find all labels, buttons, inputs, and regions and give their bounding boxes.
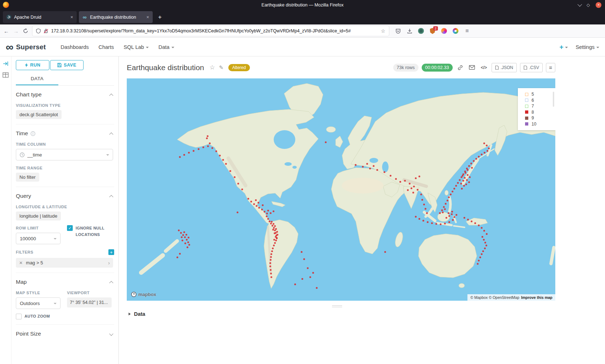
section-header[interactable]: Time xyxy=(16,130,114,137)
collapse-panel-icon[interactable] xyxy=(3,61,9,67)
superset-logo[interactable]: ∞ Superset xyxy=(6,43,46,51)
tab-apache-druid[interactable]: Apache Druid × xyxy=(3,11,77,23)
mapbox-icon xyxy=(131,292,136,297)
datasource-grid-icon[interactable] xyxy=(3,72,9,78)
legend-item[interactable]: 9 xyxy=(525,115,555,121)
reload-button[interactable] xyxy=(23,28,28,33)
account-avatar-icon[interactable] xyxy=(441,28,447,34)
lonlat-value[interactable]: longitude | latitude xyxy=(16,211,61,220)
tab-close-icon[interactable]: × xyxy=(145,14,150,20)
app-menu-icon[interactable]: ≡ xyxy=(464,28,470,34)
add-filter-button[interactable]: + xyxy=(108,249,114,255)
chevron-up-icon xyxy=(109,195,113,199)
nav-settings[interactable]: Settings xyxy=(576,44,599,50)
tracking-shield-icon[interactable] xyxy=(36,28,41,33)
save-button[interactable]: SAVE xyxy=(50,60,84,70)
scatter-point xyxy=(247,198,249,200)
scatter-point xyxy=(453,216,455,218)
attribution-text[interactable]: © Mapbox © OpenStreetMap xyxy=(470,295,519,300)
extension-shield-icon[interactable]: 2 xyxy=(429,28,436,34)
window-shade-icon[interactable] xyxy=(577,2,582,7)
ignore-null-checkbox[interactable]: ✓ xyxy=(67,225,73,231)
nav-charts[interactable]: Charts xyxy=(99,44,114,50)
scatter-point xyxy=(184,242,186,244)
scatter-point xyxy=(471,220,472,222)
scatter-point xyxy=(211,147,213,149)
legend-item[interactable]: 7 xyxy=(525,103,555,109)
back-button[interactable]: ← xyxy=(4,28,9,34)
bookmark-star-icon[interactable]: ☆ xyxy=(381,28,385,34)
scatter-point xyxy=(269,262,271,264)
nav-data[interactable]: Data xyxy=(158,44,174,50)
time-column-select[interactable]: __time xyxy=(16,149,113,160)
extension-pinwheel-icon[interactable] xyxy=(452,28,459,34)
share-link-icon[interactable] xyxy=(456,63,465,72)
section-header[interactable]: Chart type xyxy=(16,91,114,98)
time-range-value[interactable]: No filter xyxy=(16,173,39,182)
email-icon[interactable] xyxy=(468,63,476,72)
export-json-button[interactable]: .JSON xyxy=(492,63,517,72)
data-panel-toggle[interactable]: Data xyxy=(129,311,605,317)
deckgl-map[interactable]: 5678910 mapbox © Mapbox © OpenStreetMap … xyxy=(127,78,555,301)
insecure-lock-icon[interactable] xyxy=(44,28,48,33)
window-close-icon[interactable]: × xyxy=(596,2,601,8)
altered-badge[interactable]: Altered xyxy=(228,64,250,71)
scatter-point xyxy=(188,244,190,246)
scatter-point xyxy=(448,221,450,223)
new-tab-button[interactable]: + xyxy=(155,12,165,22)
left-icon-strip xyxy=(0,56,12,364)
url-text[interactable]: 172.18.0.3:32108/superset/explore/?form_… xyxy=(51,28,378,33)
tab-earthquake-distribution[interactable]: ∞ Earthquake distribution × xyxy=(79,11,153,23)
scatter-point xyxy=(462,180,464,182)
scatter-point xyxy=(219,155,221,156)
new-button[interactable]: + xyxy=(559,43,568,51)
viz-type-value[interactable]: deck.gl Scatterplot xyxy=(16,110,62,119)
map-style-select[interactable]: Outdoors xyxy=(16,297,60,309)
scatter-point xyxy=(269,220,270,222)
filter-chip[interactable]: ✕ mag > 5 › xyxy=(16,258,113,268)
improve-map-link[interactable]: Improve this map xyxy=(521,295,552,300)
row-limit-select[interactable]: 100000 xyxy=(16,233,60,244)
tab-data[interactable]: DATA xyxy=(16,76,58,85)
legend-label: 5 xyxy=(532,92,534,97)
section-query: Query LONGITUDE & LATITUDE longitude | l… xyxy=(16,187,114,273)
scatter-point xyxy=(478,260,480,261)
mapbox-logo[interactable]: mapbox xyxy=(131,292,156,297)
scatter-point xyxy=(486,233,488,235)
legend-item[interactable]: 6 xyxy=(525,97,555,104)
nav-dashboards[interactable]: Dashboards xyxy=(60,44,89,50)
auto-zoom-checkbox[interactable] xyxy=(16,314,22,319)
scatter-point xyxy=(188,152,190,154)
section-header[interactable]: Map xyxy=(16,279,114,285)
scatter-point xyxy=(420,194,422,195)
edit-title-icon[interactable]: ✎ xyxy=(219,64,224,71)
extension-green-icon[interactable] xyxy=(418,28,424,34)
scatter-point xyxy=(415,216,417,218)
tab-close-icon[interactable]: × xyxy=(70,14,74,20)
scatter-point xyxy=(474,222,476,224)
export-csv-button[interactable]: .CSV xyxy=(520,63,543,72)
scatter-point xyxy=(207,145,209,147)
remove-filter-icon[interactable]: ✕ xyxy=(19,260,23,265)
favorite-star-icon[interactable]: ☆ xyxy=(210,64,215,71)
tab-bar: Apache Druid × ∞ Earthquake distribution… xyxy=(0,10,605,24)
downloads-icon[interactable] xyxy=(406,28,413,34)
scatter-point xyxy=(467,219,469,220)
nav-sql-lab[interactable]: SQL Lab xyxy=(124,44,149,50)
legend-item[interactable]: 8 xyxy=(525,109,555,115)
scatter-point xyxy=(423,204,425,205)
run-button[interactable]: RUN xyxy=(16,60,49,70)
pocket-icon[interactable] xyxy=(395,28,401,34)
chart-menu-button[interactable]: ≡ xyxy=(546,63,555,72)
window-maximize-icon[interactable]: ◇ xyxy=(587,3,590,7)
panel-resize-handle[interactable] xyxy=(119,305,555,307)
scatter-point xyxy=(275,240,277,241)
legend-item[interactable]: 5 xyxy=(525,91,555,97)
forward-button[interactable]: → xyxy=(13,28,19,34)
viewport-value[interactable]: 7° 35' 54.02" | 31... xyxy=(67,297,112,308)
url-bar[interactable]: 172.18.0.3:32108/superset/explore/?form_… xyxy=(32,26,389,36)
embed-code-icon[interactable]: </> xyxy=(480,63,488,72)
section-header[interactable]: Query xyxy=(16,193,114,199)
section-header[interactable]: Point Size xyxy=(16,331,114,337)
legend-item[interactable]: 10 xyxy=(525,121,555,127)
